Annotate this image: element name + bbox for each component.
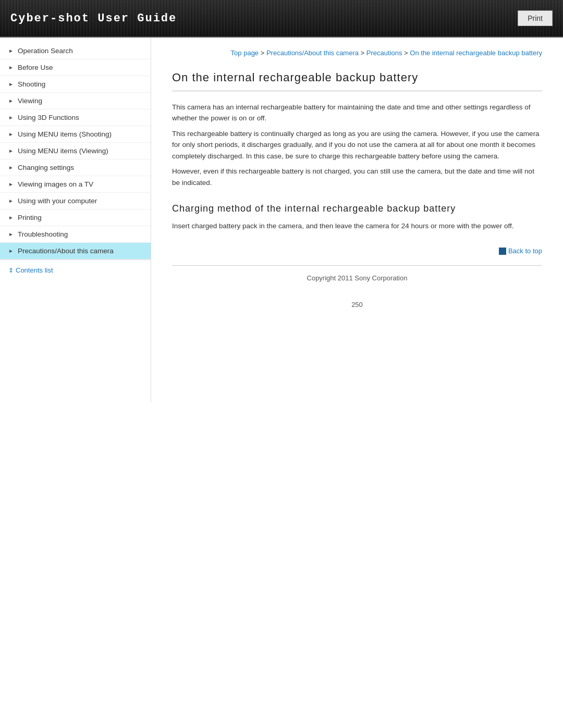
copyright-text: Copyright 2011 Sony Corporation xyxy=(307,274,408,282)
body-paragraph-1: This camera has an internal rechargeable… xyxy=(172,102,542,124)
sidebar-label-5: Using MENU items (Shooting) xyxy=(18,130,112,138)
back-to-top-row: Back to top xyxy=(172,247,542,255)
sidebar-label-8: Viewing images on a TV xyxy=(18,180,93,188)
sidebar-arrow-11: ► xyxy=(8,231,14,237)
header: Cyber-shot User Guide Print xyxy=(0,0,563,38)
sidebar-item-3[interactable]: ►Viewing xyxy=(0,93,151,109)
body-paragraph-2: This rechargeable battery is continually… xyxy=(172,128,542,162)
sidebar-label-2: Shooting xyxy=(18,80,45,88)
breadcrumb-sep-2: > xyxy=(361,49,366,57)
breadcrumb: Top page > Precautions/About this camera… xyxy=(172,48,542,58)
sidebar-item-6[interactable]: ►Using MENU items (Viewing) xyxy=(0,143,151,159)
sidebar-arrow-8: ► xyxy=(8,181,14,187)
breadcrumb-top-page[interactable]: Top page xyxy=(231,49,259,57)
sidebar-label-6: Using MENU items (Viewing) xyxy=(18,147,108,155)
section-heading: Charging method of the internal recharge… xyxy=(172,203,542,214)
sidebar-item-0[interactable]: ►Operation Search xyxy=(0,43,151,59)
sidebar-arrow-3: ► xyxy=(8,98,14,104)
sidebar-arrow-12: ► xyxy=(8,248,14,254)
page-footer: Copyright 2011 Sony Corporation xyxy=(172,265,542,290)
back-to-top-icon xyxy=(499,248,506,255)
sidebar-arrow-9: ► xyxy=(8,198,14,204)
sidebar-item-4[interactable]: ►Using 3D Functions xyxy=(0,109,151,126)
sidebar-arrow-1: ► xyxy=(8,65,14,70)
page-number: 250 xyxy=(172,290,542,319)
sidebar-item-7[interactable]: ►Changing settings xyxy=(0,159,151,176)
sidebar-arrow-2: ► xyxy=(8,81,14,87)
sidebar-label-1: Before Use xyxy=(18,64,53,71)
sidebar-item-12[interactable]: ►Precautions/About this camera xyxy=(0,243,151,260)
main-layout: ►Operation Search►Before Use►Shooting►Vi… xyxy=(0,38,563,402)
content-area: Top page > Precautions/About this camera… xyxy=(151,38,563,340)
sidebar-arrow-5: ► xyxy=(8,131,14,137)
body-paragraph-3: However, even if this rechargeable batte… xyxy=(172,166,542,188)
breadcrumb-precautions-about[interactable]: Precautions/About this camera xyxy=(266,49,359,57)
sidebar-arrow-6: ► xyxy=(8,148,14,154)
sidebar-item-5[interactable]: ►Using MENU items (Shooting) xyxy=(0,126,151,143)
sidebar-arrow-4: ► xyxy=(8,115,14,120)
section-paragraph: Insert charged battery pack in the camer… xyxy=(172,220,542,232)
sidebar-footer: ⇕ Contents list xyxy=(0,260,151,280)
sidebar-item-9[interactable]: ►Using with your computer xyxy=(0,193,151,209)
sidebar-label-9: Using with your computer xyxy=(18,197,97,205)
sidebar-label-7: Changing settings xyxy=(18,164,74,171)
sidebar-arrow-0: ► xyxy=(8,48,14,54)
sidebar-label-4: Using 3D Functions xyxy=(18,114,79,121)
contents-list-icon: ⇕ xyxy=(8,267,14,274)
breadcrumb-sep-3: > xyxy=(404,49,410,57)
contents-list-link[interactable]: ⇕ Contents list xyxy=(8,266,142,274)
sidebar-item-8[interactable]: ►Viewing images on a TV xyxy=(0,176,151,193)
contents-list-label: Contents list xyxy=(16,266,53,274)
breadcrumb-battery[interactable]: On the internal rechargeable backup batt… xyxy=(410,49,542,57)
sidebar-label-0: Operation Search xyxy=(18,47,73,55)
sidebar-label-12: Precautions/About this camera xyxy=(18,247,114,255)
sidebar-item-2[interactable]: ►Shooting xyxy=(0,76,151,93)
breadcrumb-sep-1: > xyxy=(261,49,266,57)
sidebar-item-1[interactable]: ►Before Use xyxy=(0,59,151,76)
sidebar-item-11[interactable]: ►Troubleshooting xyxy=(0,226,151,243)
sidebar-label-10: Printing xyxy=(18,214,42,221)
app-title: Cyber-shot User Guide xyxy=(10,12,177,25)
sidebar: ►Operation Search►Before Use►Shooting►Vi… xyxy=(0,38,151,402)
sidebar-label-3: Viewing xyxy=(18,97,42,105)
print-button[interactable]: Print xyxy=(518,10,553,26)
sidebar-label-11: Troubleshooting xyxy=(18,230,68,238)
sidebar-item-10[interactable]: ►Printing xyxy=(0,209,151,226)
sidebar-arrow-10: ► xyxy=(8,215,14,220)
page-title: On the internal rechargeable backup batt… xyxy=(172,71,542,91)
breadcrumb-precautions[interactable]: Precautions xyxy=(366,49,402,57)
sidebar-arrow-7: ► xyxy=(8,165,14,170)
back-to-top-link[interactable]: Back to top xyxy=(499,247,542,255)
back-to-top-label: Back to top xyxy=(508,247,542,255)
